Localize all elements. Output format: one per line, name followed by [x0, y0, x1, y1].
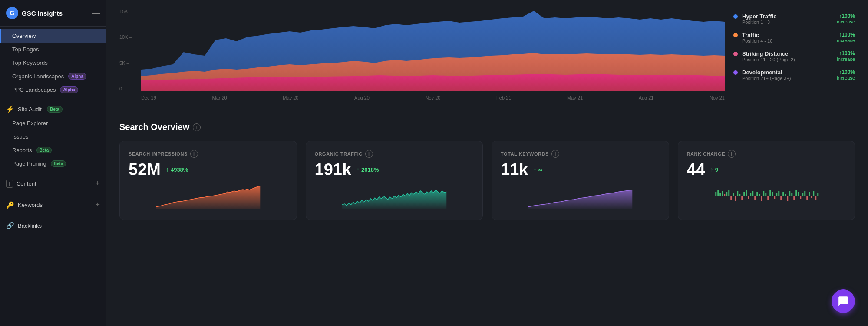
collapse-icon[interactable]: — [94, 106, 100, 113]
legend-item-traffic: Traffic Position 4 - 10 ↑100% increase [733, 32, 855, 43]
sidebar-item-label: Overview [12, 33, 36, 39]
x-label-nov21: Nov 21 [710, 95, 725, 100]
change-value: 4938% [171, 166, 188, 173]
sidebar-item-page-explorer[interactable]: Page Explorer [0, 116, 106, 130]
chart-legend: Hyper Traffic Position 1 - 3 ↑100% incre… [733, 9, 855, 104]
app-title: GSC Insights [22, 10, 63, 17]
info-icon[interactable]: i [728, 150, 736, 158]
svg-rect-22 [761, 196, 762, 201]
legend-dot [733, 52, 738, 56]
info-icon[interactable]: i [551, 150, 559, 158]
svg-rect-21 [759, 194, 760, 196]
sidebar-item-label: Issues [12, 133, 29, 140]
info-icon[interactable]: i [190, 150, 198, 158]
svg-rect-2 [717, 190, 719, 196]
svg-rect-5 [724, 194, 725, 196]
area-chart: 15K – 10K – 5K – 0 [119, 9, 725, 104]
svg-rect-38 [795, 190, 797, 196]
svg-rect-31 [780, 196, 782, 200]
beta-badge: Beta [36, 147, 52, 153]
backlinks-header[interactable]: 🔗 Backlinks — [0, 218, 106, 233]
label-text: ORGANIC TRAFFIC [315, 151, 363, 156]
alpha-badge: Alpha [68, 73, 86, 80]
svg-rect-23 [763, 191, 764, 196]
x-label-nov20: Nov 20 [426, 95, 441, 100]
legend-dot [733, 70, 738, 75]
minimize-button[interactable]: — [92, 9, 100, 18]
add-icon[interactable]: + [95, 179, 100, 188]
label-text: TOTAL KEYWORDS [501, 151, 549, 156]
svg-rect-45 [811, 196, 812, 198]
info-icon[interactable]: i [193, 123, 201, 131]
svg-rect-3 [719, 193, 721, 196]
svg-rect-37 [793, 196, 795, 200]
mini-chart-svg [315, 183, 474, 209]
chart-section: 15K – 10K – 5K – 0 [119, 0, 855, 113]
legend-item-hyper-traffic: Hyper Traffic Position 1 - 3 ↑100% incre… [733, 13, 855, 25]
sidebar-item-top-pages[interactable]: Top Pages [0, 43, 106, 56]
svg-rect-39 [798, 192, 799, 196]
x-label-aug21: Aug 21 [639, 95, 654, 100]
metric-label: SEARCH IMPRESSIONS i [129, 150, 288, 158]
svg-rect-47 [815, 196, 816, 200]
info-icon[interactable]: i [365, 150, 373, 158]
metric-change: ↑ 9 [710, 166, 718, 173]
metric-value: 44 [687, 161, 705, 178]
keywords-header[interactable]: 🔑 Keywords + [0, 197, 106, 213]
section-label: Site Audit [18, 106, 42, 113]
svg-rect-20 [756, 192, 758, 196]
legend-subtitle: Position 21+ (Page 3+) [742, 76, 832, 81]
metric-label: TOTAL KEYWORDS i [501, 150, 660, 158]
content-header[interactable]: T Content + [0, 176, 106, 192]
svg-rect-43 [806, 196, 808, 200]
svg-rect-42 [804, 191, 805, 196]
svg-rect-9 [733, 193, 734, 196]
svg-rect-44 [809, 192, 810, 196]
sidebar-item-reports[interactable]: Reports Beta [0, 143, 106, 157]
y-label-15k: 15K – [119, 9, 141, 14]
svg-rect-13 [741, 196, 743, 200]
svg-rect-46 [813, 191, 814, 196]
sidebar-item-page-pruning[interactable]: Page Pruning Beta [0, 157, 106, 170]
arrow-up-icon: ↑ [356, 166, 360, 173]
backlinks-icon: 🔗 [6, 222, 14, 230]
sidebar-item-label: Organic Landscapes [12, 73, 64, 80]
y-label-0: 0 [119, 86, 141, 91]
x-label-may20: May 20 [283, 95, 298, 100]
sidebar-item-overview[interactable]: Overview [0, 29, 106, 43]
svg-rect-40 [800, 196, 801, 199]
x-label-feb21: Feb 21 [496, 95, 511, 100]
metric-change: ↑ ∞ [533, 166, 542, 173]
x-label-dec19: Dec 19 [141, 95, 156, 100]
sidebar-item-organic-landscapes[interactable]: Organic Landscapes Alpha [0, 70, 106, 83]
legend-subtitle: Position 11 - 20 (Page 2) [742, 57, 832, 62]
change-value: 9 [715, 166, 718, 173]
keywords-section: 🔑 Keywords + [0, 194, 106, 216]
legend-change: ↑100% increase [837, 69, 855, 80]
sidebar-item-issues[interactable]: Issues [0, 130, 106, 143]
keywords-icon: 🔑 [6, 201, 14, 209]
svg-rect-4 [722, 191, 723, 196]
chart-svg [141, 9, 725, 91]
change-value: ∞ [538, 166, 542, 173]
chat-button[interactable] [832, 289, 855, 313]
sidebar-item-top-keywords[interactable]: Top Keywords [0, 56, 106, 70]
add-icon[interactable]: + [95, 200, 100, 210]
sidebar-item-ppc-landscapes[interactable]: PPC Landscapes Alpha [0, 83, 106, 96]
bolt-icon: ⚡ [6, 105, 14, 113]
svg-rect-1 [715, 192, 716, 196]
svg-rect-18 [752, 191, 753, 196]
sidebar: G GSC Insights — Overview Top Pages Top … [0, 0, 106, 326]
sidebar-item-label: Reports [12, 147, 32, 153]
svg-rect-19 [754, 196, 756, 200]
svg-rect-41 [802, 193, 803, 196]
site-audit-header[interactable]: ⚡ Site Audit Beta — [0, 102, 106, 116]
chat-icon [838, 296, 849, 307]
svg-rect-27 [772, 192, 773, 196]
svg-rect-16 [748, 196, 749, 199]
svg-rect-30 [778, 191, 779, 196]
svg-rect-24 [765, 193, 766, 196]
x-label-aug20: Aug 20 [354, 95, 370, 100]
collapse-icon[interactable]: — [94, 222, 100, 229]
legend-dot [733, 33, 738, 37]
